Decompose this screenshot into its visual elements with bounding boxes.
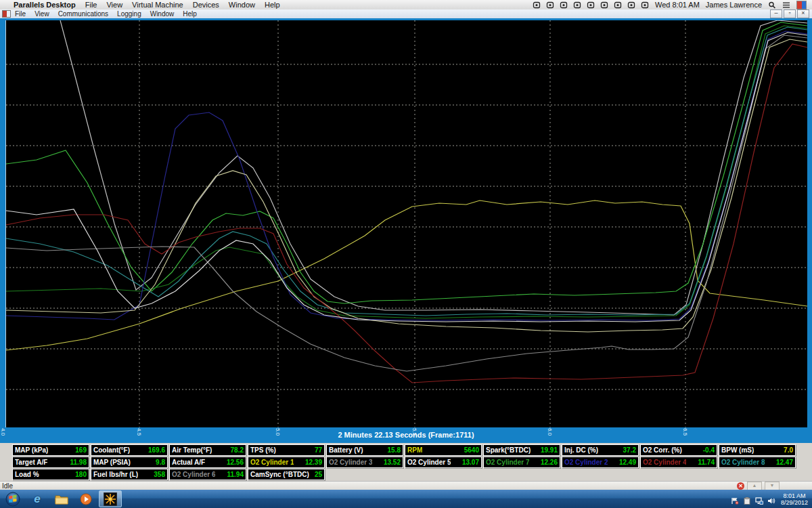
sync-icon[interactable]	[533, 1, 541, 9]
win-menu-window[interactable]: Window	[150, 10, 175, 18]
system-tray	[731, 495, 781, 503]
mac-menu-devices[interactable]: Devices	[193, 1, 219, 9]
mac-menu-window[interactable]: Window	[229, 1, 255, 9]
parallels-badge-icon[interactable]	[796, 1, 807, 9]
readout-cell-target-a-f: Target A/F11.98	[12, 457, 89, 468]
readout-row: Load %180Fuel lbs/hr (L)358O2 Cylinder 6…	[12, 469, 325, 479]
readout-value: 9.8	[156, 459, 165, 466]
readout-cell-rpm: RPM5640	[405, 444, 482, 456]
vm-window-frame: 2 Minutes 22.13 Seconds (Frame:1711) 4.0…	[0, 18, 812, 443]
readout-cell-o2-cylinder-5: O2 Cylinder 513.07	[405, 457, 482, 468]
start-button[interactable]	[1, 490, 24, 507]
taskbar: e 8:01 AM	[0, 490, 812, 508]
win-menu-logging[interactable]: Logging	[117, 10, 141, 18]
mac-status-icons	[533, 1, 649, 9]
readout-label: Inj. DC (%)	[564, 446, 598, 454]
evernote-icon[interactable]	[546, 1, 554, 9]
data-readout-panel: MAP (kPa)169Coolant(°F)169.6Air Temp(°F)…	[0, 443, 812, 481]
trace-o2c4-darkred	[6, 44, 807, 383]
battery-icon[interactable]	[641, 1, 649, 9]
win-app-icon[interactable]	[2, 10, 11, 18]
readout-label: O2 Cylinder 4	[643, 459, 686, 466]
mac-app-menu[interactable]: Parallels Desktop	[14, 1, 76, 9]
readout-value: 5640	[464, 446, 479, 454]
x-tick-label: 6.0	[547, 428, 552, 436]
readout-value: -0.4	[703, 446, 715, 454]
explorer-folder-icon[interactable]	[50, 490, 73, 507]
parallels-status-icon[interactable]	[560, 1, 568, 9]
internet-explorer-icon[interactable]: e	[26, 490, 49, 507]
readout-value: 180	[75, 471, 87, 478]
restore-button[interactable]: ▫	[784, 9, 796, 18]
minimize-button[interactable]: –	[770, 9, 782, 18]
error-close-icon[interactable]: ✕	[737, 482, 744, 490]
readout-cell-o2-cylinder-1: O2 Cylinder 112.39	[248, 457, 325, 468]
mac-menu-file[interactable]: File	[85, 1, 97, 9]
trace-o2c5-white	[6, 33, 807, 322]
mac-menu-view[interactable]: View	[106, 1, 122, 9]
mac-menu-help[interactable]: Help	[265, 1, 280, 9]
readout-label: TPS (%)	[250, 446, 276, 454]
readout-label: Load %	[15, 471, 39, 478]
readout-value: 11.94	[227, 471, 244, 478]
spotlight-icon[interactable]	[768, 1, 776, 9]
readout-value: 12.26	[541, 459, 558, 466]
volume-icon[interactable]	[627, 1, 635, 9]
mac-user-menu[interactable]: James Lawrence	[706, 1, 762, 9]
win-menu-file[interactable]: File	[15, 10, 26, 18]
readout-label: O2 Cylinder 7	[486, 459, 529, 466]
time-machine-icon[interactable]	[587, 1, 595, 9]
volume-icon[interactable]	[767, 495, 775, 503]
mac-menus: FileViewVirtual MachineDevicesWindowHelp	[85, 1, 290, 9]
notification-center-icon[interactable]	[782, 1, 790, 9]
readout-label: Fuel lbs/hr (L)	[93, 471, 138, 478]
taskbar-clock[interactable]: 8:01 AM 8/29/2012	[781, 492, 812, 506]
readout-value: 12.39	[305, 459, 322, 466]
readout-value: 12.56	[227, 459, 244, 466]
readout-value: 19.91	[541, 446, 558, 454]
readout-value: 169.6	[148, 446, 165, 454]
clipboard-icon[interactable]	[743, 495, 751, 503]
trace-o2c8-teal	[6, 27, 807, 316]
taskbar-time: 8:01 AM	[781, 492, 808, 499]
mac-menubar: Parallels Desktop FileViewVirtual Machin…	[0, 0, 812, 10]
media-player-icon[interactable]	[74, 490, 97, 507]
wifi-icon[interactable]	[614, 1, 622, 9]
mac-menu-virtual-machine[interactable]: Virtual Machine	[132, 1, 183, 9]
readout-cell-inj-dc-: Inj. DC (%)37.2	[562, 444, 639, 456]
win-menu-communications[interactable]: Communications	[58, 10, 108, 18]
status-text: Idle	[2, 482, 13, 490]
close-button[interactable]: ×	[797, 9, 809, 18]
efi-app-icon[interactable]	[99, 490, 122, 507]
time-frame-readout: 2 Minutes 22.13 Seconds (Frame:1711)	[0, 431, 812, 439]
readout-value: 169	[75, 446, 87, 454]
chart-canvas[interactable]	[6, 20, 807, 427]
readout-label: O2 Cylinder 2	[564, 459, 608, 466]
readout-cell-spark-btdc-: Spark(°BTDC)19.91	[483, 444, 560, 456]
readout-cell-o2-cylinder-4: O2 Cylinder 411.74	[640, 457, 717, 468]
readout-value: 11.74	[698, 459, 715, 466]
datalog-chart[interactable]	[5, 20, 807, 427]
win-menu-help[interactable]: Help	[183, 10, 197, 18]
readout-cell-o2-cylinder-3: O2 Cylinder 313.52	[326, 457, 403, 468]
readout-value: 12.49	[619, 459, 636, 466]
airplay-icon[interactable]	[573, 1, 581, 9]
network-icon[interactable]	[755, 495, 763, 503]
readout-label: O2 Cylinder 1	[250, 459, 294, 466]
readout-label: Actual A/F	[172, 459, 205, 466]
readout-label: O2 Cylinder 6	[172, 471, 215, 478]
mac-clock[interactable]: Wed 8:01 AM	[655, 1, 700, 9]
time-status-bar: 2 Minutes 22.13 Seconds (Frame:1711) 4.0…	[0, 427, 812, 443]
readout-cell-o2-cylinder-8: O2 Cylinder 812.47	[719, 457, 796, 468]
readout-value: 77	[315, 446, 322, 454]
readout-label: Coolant(°F)	[93, 446, 130, 454]
readout-cell-fuel-lbs-hr-l-: Fuel lbs/hr (L)358	[91, 469, 168, 480]
readout-row: MAP (kPa)169Coolant(°F)169.6Air Temp(°F)…	[12, 444, 796, 454]
readout-cell-o2-cylinder-7: O2 Cylinder 712.26	[483, 457, 560, 468]
input-source-icon[interactable]	[600, 1, 608, 9]
readout-label: O2 Cylinder 8	[721, 459, 765, 466]
win-menu-view[interactable]: View	[35, 10, 49, 18]
readout-cell-actual-a-f: Actual A/F12.56	[169, 457, 246, 468]
action-center-flag-icon[interactable]	[731, 495, 739, 503]
readout-cell-o2-corr-: O2 Corr. (%)-0.4	[640, 444, 717, 456]
